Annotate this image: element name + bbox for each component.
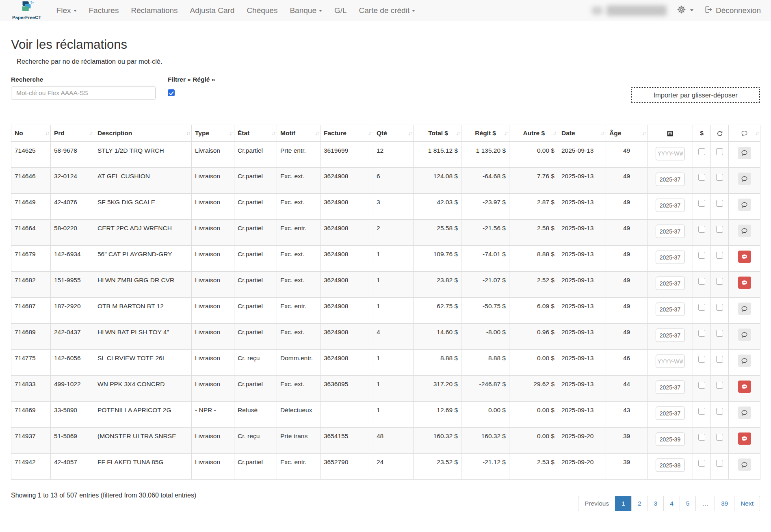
pagination-page-4[interactable]: 4: [663, 496, 680, 511]
nav-item-carte-de-credit[interactable]: Carte de crédit: [353, 1, 422, 20]
settings-menu[interactable]: [677, 5, 693, 15]
col-header-comment[interactable]: ↓↑: [729, 125, 760, 142]
week-input[interactable]: [656, 381, 685, 394]
comment-button[interactable]: [738, 355, 751, 367]
col-header-type[interactable]: Type↓↑: [192, 125, 234, 142]
dollar-checkbox[interactable]: [698, 460, 705, 467]
col-header-date[interactable]: Date↓↑: [558, 125, 606, 142]
brand-logo[interactable]: PaperFreeCT: [12, 1, 41, 20]
nav-item-adjusta-card[interactable]: Adjusta Card: [184, 1, 241, 20]
dollar-checkbox[interactable]: [698, 356, 705, 363]
col-header-total[interactable]: Total $↓↑: [414, 125, 461, 142]
comment-button[interactable]: [738, 173, 751, 185]
comment-button[interactable]: [738, 199, 751, 211]
cell-description: CERT 2PC ADJ WRENCH: [94, 220, 192, 246]
col-header-autre[interactable]: Autre $↓↑: [509, 125, 558, 142]
comment-button[interactable]: [738, 458, 751, 471]
cell-type: Livraison: [192, 220, 234, 246]
week-input[interactable]: [656, 147, 685, 160]
col-header-motif[interactable]: Motif↓↑: [277, 125, 321, 142]
cell-prd: 242-0437: [51, 324, 94, 350]
week-input[interactable]: [656, 173, 685, 186]
redo-checkbox[interactable]: [716, 330, 723, 337]
week-input[interactable]: [656, 199, 685, 212]
redo-checkbox[interactable]: [716, 382, 723, 389]
dollar-checkbox[interactable]: [698, 278, 705, 285]
cell-etat: Refusé: [234, 402, 277, 428]
redo-checkbox[interactable]: [716, 434, 723, 441]
table-row: 714646 32-0124 AT GEL CUSHION Livraison …: [11, 168, 760, 194]
week-input[interactable]: [656, 355, 685, 368]
logout-label: Déconnexion: [716, 6, 761, 15]
comment-button[interactable]: [738, 303, 751, 315]
cell-qte: 1: [373, 402, 414, 428]
week-input[interactable]: [656, 407, 685, 420]
filter-regle-checkbox[interactable]: [168, 89, 175, 96]
pagination-page-39[interactable]: 39: [715, 496, 734, 511]
dollar-checkbox[interactable]: [698, 330, 705, 337]
redo-checkbox[interactable]: [716, 226, 723, 233]
redo-checkbox[interactable]: [716, 408, 723, 415]
redo-checkbox[interactable]: [716, 148, 723, 155]
pagination-next[interactable]: Next: [734, 496, 760, 511]
col-header-age[interactable]: Âge↓↑: [606, 125, 648, 142]
pagination-page-2[interactable]: 2: [631, 496, 648, 511]
logout-button[interactable]: Déconnexion: [704, 5, 761, 16]
redo-checkbox[interactable]: [716, 174, 723, 181]
nav-item-flex[interactable]: Flex: [50, 1, 83, 20]
col-header-prd[interactable]: Prd↓↑: [51, 125, 94, 142]
redo-checkbox[interactable]: [716, 278, 723, 285]
pagination-page-5[interactable]: 5: [680, 496, 696, 511]
redo-checkbox[interactable]: [716, 304, 723, 311]
dollar-checkbox[interactable]: [698, 304, 705, 311]
table-footer: Showing 1 to 13 of 507 entries (filtered…: [11, 490, 760, 511]
dollar-checkbox[interactable]: [698, 148, 705, 155]
dollar-checkbox[interactable]: [698, 226, 705, 233]
col-header-facture[interactable]: Facture↓↑: [321, 125, 373, 142]
comment-button[interactable]: [738, 381, 751, 393]
nav-item-factures[interactable]: Factures: [83, 1, 125, 20]
dollar-checkbox[interactable]: [698, 408, 705, 415]
comment-button[interactable]: [738, 225, 751, 237]
comment-button[interactable]: [738, 147, 751, 159]
col-header-qte[interactable]: Qté↓↑: [373, 125, 414, 142]
redo-checkbox[interactable]: [716, 460, 723, 467]
nav-item-reclamations[interactable]: Réclamations: [125, 1, 184, 20]
nav-item-gl[interactable]: G/L: [328, 1, 353, 20]
dollar-checkbox[interactable]: [698, 252, 705, 259]
col-header-description[interactable]: Description↓↑: [94, 125, 192, 142]
comment-button[interactable]: [738, 433, 751, 445]
redo-checkbox[interactable]: [716, 200, 723, 207]
week-input[interactable]: [656, 225, 685, 238]
nav-item-cheques[interactable]: Chèques: [240, 1, 284, 20]
dollar-checkbox[interactable]: [698, 382, 705, 389]
redo-checkbox[interactable]: [716, 252, 723, 259]
search-input[interactable]: [11, 86, 156, 100]
week-input[interactable]: [656, 251, 685, 264]
week-input[interactable]: [656, 277, 685, 290]
col-header-reglt[interactable]: Règlt $↓↑: [461, 125, 509, 142]
redo-checkbox[interactable]: [716, 356, 723, 363]
week-input[interactable]: [656, 458, 685, 472]
comment-button[interactable]: [738, 407, 751, 419]
cell-qte: 1: [373, 272, 414, 298]
nav-item-banque[interactable]: Banque: [284, 1, 328, 20]
comment-button[interactable]: [738, 251, 751, 263]
dollar-checkbox[interactable]: [698, 174, 705, 181]
dollar-checkbox[interactable]: [698, 200, 705, 207]
col-header-etat[interactable]: État↓↑: [234, 125, 277, 142]
import-dropzone-button[interactable]: Importer par glisser-déposer: [631, 87, 760, 103]
comment-button[interactable]: [738, 329, 751, 341]
dollar-checkbox[interactable]: [698, 434, 705, 441]
pagination-page-1[interactable]: 1: [615, 496, 632, 511]
week-input[interactable]: [656, 303, 685, 316]
week-input[interactable]: [656, 433, 685, 446]
chevron-down-icon: [690, 9, 693, 11]
cell-facture: 3624908: [321, 168, 373, 194]
sort-arrows-icon: ↓↑: [408, 130, 412, 136]
week-input[interactable]: [656, 329, 685, 342]
comment-button[interactable]: [738, 277, 751, 289]
cell-total: 160.32 $: [414, 428, 461, 454]
pagination-page-3[interactable]: 3: [648, 496, 664, 511]
col-header-no[interactable]: No↓↑: [11, 125, 51, 142]
